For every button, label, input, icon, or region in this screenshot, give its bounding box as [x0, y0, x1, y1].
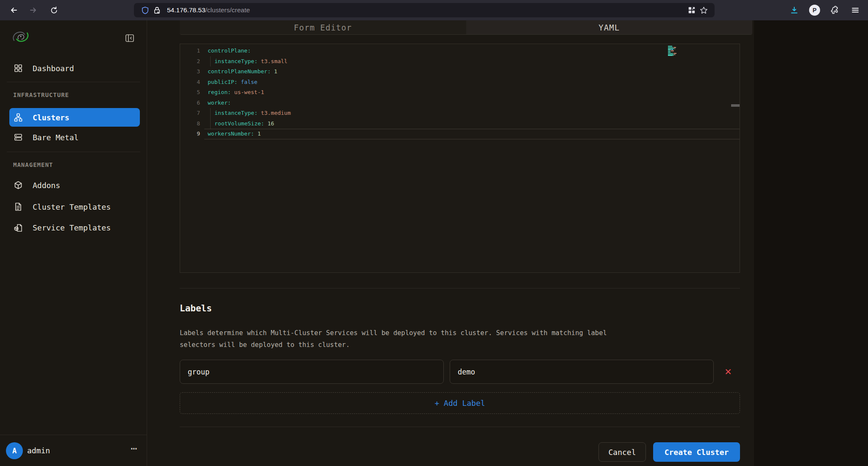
sidebar-item-label: Dashboard	[33, 64, 74, 73]
overview-ruler-mark	[731, 104, 740, 107]
indent-guide	[210, 56, 211, 67]
sidebar-item-label: Bare Metal	[33, 133, 78, 142]
indent-guide	[210, 119, 211, 129]
line-number[interactable]: 9	[180, 129, 204, 139]
sidebar-item-label: Addons	[33, 181, 60, 190]
sidebar-item-bare-metal[interactable]: Bare Metal	[9, 128, 140, 147]
code-line[interactable]: region: us-west-1	[204, 87, 740, 98]
code-line[interactable]: worker:	[204, 98, 740, 108]
sidebar-divider	[7, 82, 140, 82]
code-line[interactable]: controlPlaneNumber: 1	[204, 67, 740, 77]
browser-toolbar: 54.176.78.53/clusters/create P	[0, 0, 868, 20]
line-number[interactable]: 3	[180, 67, 204, 77]
menu-button[interactable]	[849, 3, 862, 17]
code-line[interactable]: controlPlane:	[204, 46, 740, 56]
code-line[interactable]: instanceType: t3.small	[204, 56, 740, 67]
cancel-button[interactable]: Cancel	[598, 442, 646, 462]
user-name: admin	[27, 446, 50, 455]
sidebar: Dashboard INFRASTRUCTURE Clusters Bare M…	[0, 20, 147, 466]
line-number[interactable]: 2	[180, 56, 204, 67]
url-bar[interactable]: 54.176.78.53/clusters/create	[134, 3, 715, 17]
editor-minimap[interactable]	[668, 46, 682, 56]
screen: 54.176.78.53/clusters/create P	[0, 0, 868, 466]
download-icon	[790, 6, 798, 14]
section-label-infrastructure: INFRASTRUCTURE	[13, 92, 69, 98]
minimap-line	[668, 50, 682, 51]
line-number[interactable]: 4	[180, 77, 204, 88]
profile-icon: P	[809, 5, 820, 16]
minimap-line	[668, 48, 682, 49]
bare-metal-icon	[13, 133, 23, 142]
minimap-line	[668, 53, 682, 54]
code-line[interactable]: workersNumber: 1	[204, 129, 740, 139]
back-button[interactable]	[7, 3, 21, 17]
code-line[interactable]: rootVolumeSize: 16	[204, 119, 740, 129]
yaml-editor[interactable]: 123456789 controlPlane:instanceType: t3.…	[180, 44, 740, 273]
reload-button[interactable]	[47, 3, 61, 17]
extensions-button[interactable]	[828, 3, 842, 17]
tracking-shield-icon[interactable]	[139, 4, 151, 16]
toolbar-right-icons: P	[787, 3, 862, 17]
section-label-management: MANAGEMENT	[13, 161, 53, 168]
app-logo-icon	[9, 27, 32, 46]
forward-arrow-icon	[29, 6, 37, 14]
code-lines[interactable]: controlPlane:instanceType: t3.smallcontr…	[204, 46, 740, 139]
sidebar-collapse-button[interactable]	[124, 32, 136, 44]
url-path: /clusters/create	[206, 6, 250, 14]
tab-yaml[interactable]: YAML	[466, 20, 753, 34]
add-label-button[interactable]: + Add Label	[180, 392, 740, 414]
menu-hamburger-icon	[851, 6, 860, 14]
sidebar-divider	[7, 152, 140, 152]
back-arrow-icon	[10, 6, 18, 14]
sidebar-item-addons[interactable]: Addons	[9, 176, 140, 194]
create-cluster-button[interactable]: Create Cluster	[653, 442, 740, 462]
clusters-icon	[13, 113, 23, 122]
minimap-line	[668, 49, 682, 50]
reload-icon	[50, 6, 58, 14]
url-text: 54.176.78.53/clusters/create	[167, 6, 250, 14]
user-row[interactable]: A admin ⋯	[0, 435, 147, 466]
sidebar-item-dashboard[interactable]: Dashboard	[9, 59, 140, 78]
addons-cube-icon	[13, 180, 23, 190]
bookmark-star-icon[interactable]	[698, 4, 709, 16]
line-number[interactable]: 1	[180, 46, 204, 56]
sidebar-item-cluster-templates[interactable]: Cluster Templates	[9, 197, 140, 216]
line-number[interactable]: 8	[180, 119, 204, 129]
tab-form-editor[interactable]: Form Editor	[180, 20, 466, 34]
minimap-line	[668, 55, 682, 56]
dashboard-icon	[13, 64, 23, 73]
user-menu-ellipsis-icon[interactable]: ⋯	[131, 443, 138, 455]
extensions-puzzle-icon	[831, 6, 840, 15]
remove-label-button[interactable]: ✕	[721, 365, 735, 379]
label-value-input[interactable]	[450, 360, 714, 384]
editor-gutter[interactable]: 123456789	[180, 46, 204, 139]
minimap-line	[668, 54, 682, 55]
forward-button[interactable]	[26, 3, 40, 17]
sidebar-item-service-templates[interactable]: Service Templates	[9, 218, 140, 237]
label-key-input[interactable]	[180, 360, 444, 384]
code-line[interactable]: publicIP: false	[204, 77, 740, 88]
sidebar-item-label: Clusters	[33, 113, 70, 122]
labels-description: Labels determine which Multi-Cluster Ser…	[180, 327, 629, 351]
line-number[interactable]: 6	[180, 98, 204, 108]
avatar: A	[6, 442, 23, 459]
profile-button[interactable]: P	[808, 3, 821, 17]
remove-x-icon: ✕	[724, 367, 732, 377]
sidebar-item-clusters[interactable]: Clusters	[9, 108, 140, 127]
lock-warning-icon[interactable]	[151, 4, 163, 16]
editor-mode-tabs: Form Editor YAML	[180, 20, 752, 35]
code-line[interactable]: instanceType: t3.medium	[204, 108, 740, 119]
sidebar-item-label: Cluster Templates	[33, 202, 111, 211]
grid-open-icon[interactable]	[686, 4, 698, 16]
labels-title: Labels	[180, 303, 212, 313]
indent-guide	[210, 108, 211, 119]
downloads-button[interactable]	[787, 3, 801, 17]
cluster-templates-file-icon	[13, 202, 23, 211]
footer-divider	[180, 427, 740, 427]
line-number[interactable]: 7	[180, 108, 204, 119]
minimap-line	[668, 46, 682, 47]
url-host: 54.176.78.53	[167, 6, 206, 14]
line-number[interactable]: 5	[180, 87, 204, 98]
minimap-line	[668, 47, 682, 48]
minimap-line	[668, 52, 682, 53]
